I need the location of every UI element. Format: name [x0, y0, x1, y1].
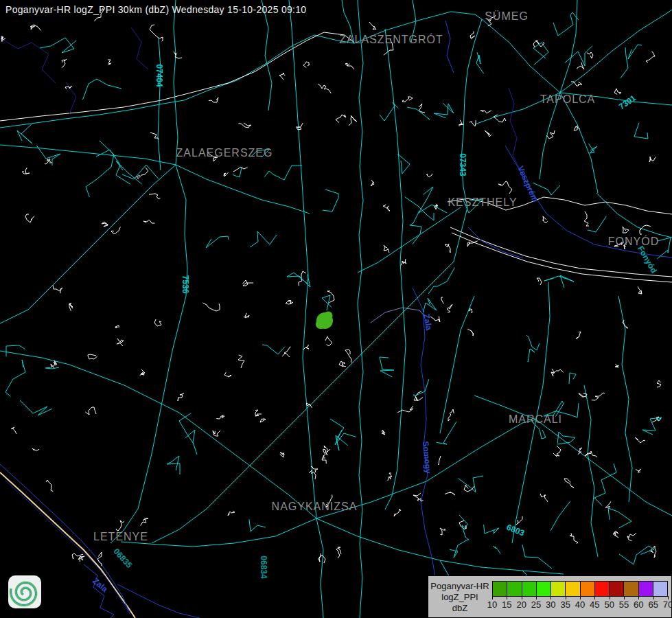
village-outline	[537, 278, 542, 285]
radar-viewer: Poganyvar-HR logZ_PPI 30km (dbZ) Wednesd…	[0, 0, 672, 618]
legend-swatch-40	[581, 582, 595, 596]
village-outline	[45, 159, 51, 164]
village-outline	[88, 354, 97, 359]
village-outline	[571, 82, 582, 86]
village-outline	[213, 431, 220, 436]
minor-road-line	[5, 360, 25, 396]
village-outline	[649, 546, 656, 558]
radar-echo	[323, 311, 332, 320]
village-outline	[516, 516, 522, 525]
legend-swatch-30	[551, 582, 566, 596]
map-feature-line	[84, 564, 114, 618]
map-feature-line	[262, 0, 272, 111]
minor-road-line	[250, 231, 277, 247]
map-feature-line	[560, 10, 672, 93]
map-feature-line	[316, 518, 323, 618]
legend-tick-value: 65	[648, 599, 658, 610]
village-outline	[238, 355, 244, 368]
legend-swatch-25	[537, 582, 551, 596]
map-feature-line	[0, 35, 354, 128]
village-outline	[553, 446, 561, 457]
map-feature-line	[468, 227, 523, 258]
minor-road-line	[493, 546, 500, 553]
minor-road-line	[634, 123, 648, 139]
minor-road-line	[206, 236, 229, 248]
village-outline	[30, 25, 41, 30]
legend-swatch-15	[507, 582, 522, 596]
village-outline	[426, 174, 432, 177]
city-label-keszthely: KESZTHELY	[448, 196, 517, 209]
legend-tick-value: 50	[604, 599, 614, 610]
city-label-marcali: MARCALI	[509, 413, 562, 426]
map-feature-line	[131, 27, 148, 69]
village-outline	[402, 97, 413, 102]
map-feature-line	[0, 32, 354, 121]
minor-road-line	[17, 124, 32, 144]
minor-road-line	[20, 400, 52, 415]
legend-unit-label: dbZ	[430, 603, 490, 614]
village-outline	[322, 456, 326, 464]
village-outline	[255, 410, 262, 416]
village-outline	[154, 319, 161, 326]
village-outline	[85, 407, 96, 415]
minor-road-line	[476, 52, 484, 73]
village-outline	[143, 220, 154, 223]
village-outline	[345, 350, 351, 363]
village-outline	[615, 364, 618, 367]
minor-road-line	[589, 144, 597, 153]
village-outline	[178, 393, 184, 401]
map-feature-line	[445, 21, 454, 73]
village-outline	[441, 297, 443, 304]
village-outline	[564, 479, 574, 488]
radar-echo	[316, 319, 325, 329]
city-label-zalaszentgrót: ZALASZENTGRÓT	[339, 34, 443, 46]
village-outline	[464, 485, 474, 492]
minor-road-line	[405, 197, 434, 220]
village-outline	[440, 528, 445, 535]
minor-road-line	[437, 422, 456, 444]
minor-road-line	[522, 545, 552, 569]
village-outline	[209, 98, 218, 102]
minor-road-line	[323, 190, 338, 211]
map-feature-line	[461, 19, 482, 207]
minor-road-line	[526, 335, 540, 350]
village-outline	[459, 120, 463, 126]
village-outline	[11, 427, 16, 434]
city-label-nagykanizsa: NAGYKANIZSA	[272, 501, 358, 513]
legend-tick-value: 20	[516, 599, 526, 610]
village-outline	[369, 22, 376, 30]
legend-swatch-50	[610, 582, 624, 596]
minor-road-line	[424, 298, 437, 312]
village-outline	[587, 52, 593, 58]
village-outline	[62, 59, 67, 68]
map-feature-line	[596, 193, 672, 238]
village-outline	[216, 415, 224, 419]
minor-road-line	[569, 373, 576, 384]
village-outline	[149, 194, 161, 199]
map-feature-line	[316, 518, 564, 574]
village-outline	[324, 446, 330, 453]
village-outline	[382, 430, 385, 435]
minor-road-line	[642, 417, 662, 435]
village-outline	[141, 518, 148, 526]
village-outline	[260, 418, 266, 422]
map-feature-line	[0, 38, 56, 83]
village-outline	[296, 123, 303, 130]
map-feature-line	[440, 296, 474, 433]
map-feature-line	[111, 165, 187, 543]
legend-swatch-20	[522, 582, 537, 596]
map-feature-line	[584, 385, 598, 557]
road-label-07404: 07404	[154, 64, 164, 87]
village-outline	[174, 52, 182, 58]
minor-road-line	[434, 103, 454, 118]
village-outline	[69, 304, 73, 311]
map-feature-line	[289, 0, 316, 518]
minor-road-line	[167, 456, 180, 474]
village-outline	[623, 227, 629, 233]
village-outline	[592, 393, 605, 400]
village-outline	[65, 86, 72, 89]
minor-road-line	[82, 79, 121, 100]
minor-road-line	[322, 295, 332, 310]
village-outline	[150, 133, 159, 139]
village-outline	[636, 469, 641, 472]
